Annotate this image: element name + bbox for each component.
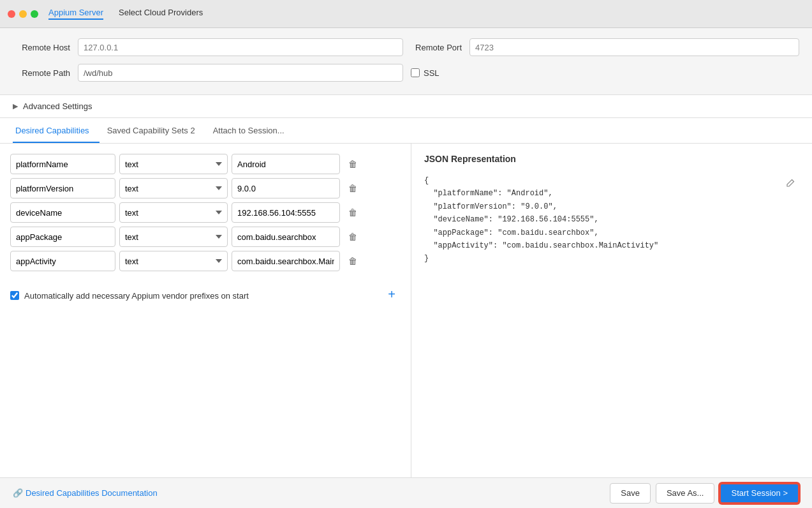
close-button[interactable] xyxy=(8,10,15,18)
table-row: textbooleannumberobjectlist 🗑 xyxy=(10,154,401,174)
cap-name-platformname[interactable] xyxy=(10,154,115,174)
json-title: JSON Representation xyxy=(424,154,799,164)
connection-section: Remote Host Remote Port Remote Path SSL xyxy=(0,28,812,94)
cap-value-apppackage[interactable] xyxy=(232,227,340,247)
tab-attach-session[interactable]: Attach to Session... xyxy=(210,118,295,143)
tab-desired-caps[interactable]: Desired Capabilities xyxy=(13,118,100,143)
cap-value-appactivity[interactable] xyxy=(232,251,340,271)
remote-port-input[interactable] xyxy=(469,38,799,56)
cap-delete-devicename[interactable]: 🗑 xyxy=(344,204,362,221)
save-as-button[interactable]: Save As... xyxy=(656,483,715,504)
advanced-settings-label: Advanced Settings xyxy=(23,101,92,111)
capability-rows: textbooleannumberobjectlist 🗑 textboolea… xyxy=(10,154,401,271)
save-button[interactable]: Save xyxy=(610,483,651,504)
cap-name-platformversion[interactable] xyxy=(10,178,115,198)
auto-prefix-label: Automatically add necessary Appium vendo… xyxy=(24,291,249,301)
table-row: textbooleannumberobjectlist 🗑 xyxy=(10,202,401,223)
maximize-button[interactable] xyxy=(31,10,38,18)
table-row: textbooleannumberobjectlist 🗑 xyxy=(10,251,401,271)
cap-value-devicename[interactable] xyxy=(232,202,340,223)
doc-link[interactable]: 🔗 Desired Capabilities Documentation xyxy=(13,488,158,498)
cap-type-devicename[interactable]: textbooleannumberobjectlist xyxy=(119,202,228,223)
auto-prefix-checkbox[interactable] xyxy=(10,291,19,300)
cap-value-platformname[interactable] xyxy=(232,154,340,174)
remote-host-row: Remote Host Remote Port xyxy=(13,38,799,56)
ssl-label: SSL xyxy=(424,68,439,78)
cap-delete-platformname[interactable]: 🗑 xyxy=(344,155,362,173)
capabilities-tabs: Desired Capabilities Saved Capability Se… xyxy=(0,118,812,144)
capabilities-left-panel: textbooleannumberobjectlist 🗑 textboolea… xyxy=(0,144,411,477)
main-content: Remote Host Remote Port Remote Path SSL … xyxy=(0,28,812,477)
add-capability-button[interactable]: + xyxy=(383,285,401,303)
cap-delete-platformversion[interactable]: 🗑 xyxy=(344,179,362,197)
cap-delete-appactivity[interactable]: 🗑 xyxy=(344,252,362,270)
cap-name-devicename[interactable] xyxy=(10,202,115,223)
remote-host-label: Remote Host xyxy=(13,43,70,52)
cap-type-platformname[interactable]: textbooleannumberobjectlist xyxy=(119,154,228,174)
chevron-right-icon: ▶ xyxy=(13,102,18,110)
cap-type-apppackage[interactable]: textbooleannumberobjectlist xyxy=(119,227,228,247)
capabilities-area: textbooleannumberobjectlist 🗑 textboolea… xyxy=(0,144,812,477)
tab-select-cloud[interactable]: Select Cloud Providers xyxy=(119,8,203,20)
titlebar: Appium Server Select Cloud Providers xyxy=(0,0,812,28)
remote-path-input[interactable] xyxy=(78,64,403,82)
json-content: { "platformName": "Android", "platformVe… xyxy=(424,174,799,467)
bottom-bar: 🔗 Desired Capabilities Documentation Sav… xyxy=(0,477,812,508)
remote-port-label: Remote Port xyxy=(411,43,462,52)
bottom-actions: Save Save As... Start Session > xyxy=(610,483,799,504)
cap-name-appactivity[interactable] xyxy=(10,251,115,271)
traffic-lights xyxy=(8,10,38,18)
titlebar-tabs: Appium Server Select Cloud Providers xyxy=(48,8,203,20)
json-panel: JSON Representation { "platformName": "A… xyxy=(411,144,812,477)
remote-path-row: Remote Path SSL xyxy=(13,64,799,82)
auto-prefix-row: Automatically add necessary Appium vendo… xyxy=(10,291,249,301)
ssl-row: SSL xyxy=(411,68,439,78)
remote-path-label: Remote Path xyxy=(13,68,70,78)
link-icon: 🔗 xyxy=(13,488,23,498)
ssl-checkbox[interactable] xyxy=(411,68,420,77)
json-edit-button[interactable] xyxy=(781,174,799,192)
cap-delete-apppackage[interactable]: 🗑 xyxy=(344,228,362,246)
start-session-button[interactable]: Start Session > xyxy=(720,483,799,504)
cap-type-platformversion[interactable]: textbooleannumberobjectlist xyxy=(119,178,228,198)
table-row: textbooleannumberobjectlist 🗑 xyxy=(10,178,401,198)
doc-link-label: Desired Capabilities Documentation xyxy=(26,488,158,498)
remote-host-input[interactable] xyxy=(78,38,403,56)
advanced-settings-toggle[interactable]: ▶ Advanced Settings xyxy=(0,94,812,118)
cap-value-platformversion[interactable] xyxy=(232,178,340,198)
tab-appium-server[interactable]: Appium Server xyxy=(48,8,103,20)
tab-saved-caps[interactable]: Saved Capability Sets 2 xyxy=(105,118,205,143)
minimize-button[interactable] xyxy=(19,10,27,18)
cap-type-appactivity[interactable]: textbooleannumberobjectlist xyxy=(119,251,228,271)
cap-name-apppackage[interactable] xyxy=(10,227,115,247)
table-row: textbooleannumberobjectlist 🗑 xyxy=(10,227,401,247)
